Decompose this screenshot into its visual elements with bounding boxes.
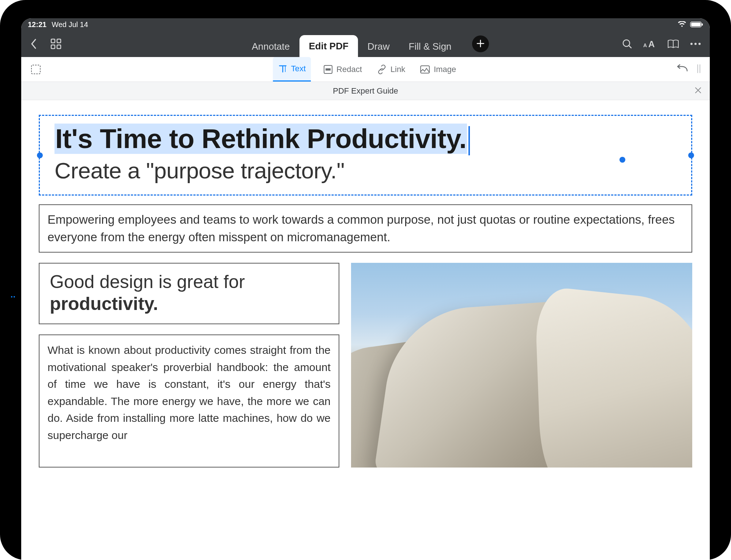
design-heading-bold: productivity.	[50, 294, 158, 314]
link-tool-icon	[377, 65, 387, 74]
status-date: Wed Jul 14	[52, 20, 88, 29]
subheadline-text[interactable]: Create a "purpose trajectory."	[54, 158, 677, 183]
svg-rect-4	[57, 39, 61, 43]
redact-tool-icon	[323, 65, 333, 74]
body-paragraph-box[interactable]: What is known about productivity comes s…	[39, 334, 339, 468]
tab-edit-pdf[interactable]: Edit PDF	[299, 35, 358, 57]
tool-link[interactable]: Link	[374, 57, 407, 82]
close-document-button[interactable]	[694, 86, 702, 96]
svg-rect-6	[57, 45, 61, 49]
tool-label: Link	[391, 65, 405, 74]
tab-draw[interactable]: Draw	[358, 36, 399, 57]
search-icon[interactable]	[622, 39, 632, 49]
design-heading-prefix: Good design is great for	[50, 272, 245, 292]
design-heading-box[interactable]: Good design is great for productivity.	[39, 263, 339, 324]
divider-handle-icon[interactable]	[697, 64, 701, 75]
design-heading: Good design is great for productivity.	[50, 271, 328, 315]
selection-handle[interactable]	[688, 152, 694, 158]
document-canvas[interactable]: It's Time to Rethink Productivity. Creat…	[21, 100, 710, 560]
status-time: 12:21	[28, 20, 46, 29]
tool-redact[interactable]: Redact	[321, 57, 364, 82]
edit-toolbar: Text Redact Link	[21, 57, 710, 82]
tool-image[interactable]: Image	[418, 57, 458, 82]
selection-handle[interactable]	[619, 157, 625, 163]
text-cursor	[468, 126, 470, 155]
svg-rect-1	[691, 23, 701, 26]
top-toolbar: Annotate Edit PDF Draw Fill & Sign	[21, 31, 710, 57]
tool-label: Text	[291, 64, 306, 73]
undo-button[interactable]	[675, 64, 689, 75]
tab-fill-sign[interactable]: Fill & Sign	[399, 36, 461, 57]
image-tool-icon	[420, 65, 430, 74]
article-image[interactable]	[351, 263, 692, 468]
text-size-icon[interactable]: AA	[643, 39, 656, 49]
mode-tabs: Annotate Edit PDF Draw Fill & Sign	[242, 31, 489, 57]
intro-paragraph: Empowering employees and teams to work t…	[48, 211, 683, 246]
tab-label: Edit PDF	[309, 41, 348, 52]
content-row: Good design is great for productivity. W…	[39, 263, 692, 468]
svg-rect-5	[51, 45, 55, 49]
svg-rect-3	[51, 39, 55, 43]
text-tool-icon	[278, 64, 287, 73]
svg-point-10	[690, 43, 693, 45]
add-tab-button[interactable]	[472, 35, 489, 52]
back-button[interactable]	[30, 38, 37, 49]
svg-rect-13	[31, 65, 40, 74]
tab-label: Draw	[368, 41, 390, 52]
selection-tool-icon[interactable]	[30, 64, 42, 75]
headline-text[interactable]: It's Time to Rethink Productivity.	[54, 123, 677, 155]
tool-text[interactable]: Text	[273, 57, 311, 82]
svg-text:A: A	[648, 39, 655, 49]
intro-paragraph-box[interactable]: Empowering employees and teams to work t…	[39, 204, 692, 253]
book-icon[interactable]	[667, 39, 679, 49]
text-selection-box[interactable]: It's Time to Rethink Productivity. Creat…	[39, 115, 692, 196]
tab-annotate[interactable]: Annotate	[242, 36, 299, 57]
side-indicator-icon	[11, 296, 16, 301]
svg-point-11	[694, 43, 697, 45]
ipad-frame: 12:21 Wed Jul 14	[0, 0, 731, 560]
status-bar: 12:21 Wed Jul 14	[21, 18, 710, 31]
svg-text:A: A	[643, 42, 647, 48]
document-title-bar: PDF Expert Guide	[21, 82, 710, 100]
svg-point-12	[698, 43, 701, 45]
tab-label: Fill & Sign	[409, 41, 452, 52]
more-icon[interactable]	[690, 42, 701, 45]
grid-icon[interactable]	[50, 38, 61, 49]
wifi-icon	[678, 21, 686, 28]
battery-icon	[690, 21, 703, 28]
tool-label: Image	[434, 65, 456, 74]
svg-rect-15	[325, 68, 331, 71]
tool-label: Redact	[336, 65, 362, 74]
highlighted-text: It's Time to Rethink Productivity.	[54, 124, 467, 154]
screen: 12:21 Wed Jul 14	[21, 18, 710, 560]
selection-handle[interactable]	[37, 152, 43, 158]
svg-rect-2	[702, 23, 703, 26]
plus-icon	[476, 38, 485, 50]
document-title: PDF Expert Guide	[333, 86, 398, 96]
body-paragraph: What is known about productivity comes s…	[48, 342, 331, 444]
svg-rect-16	[421, 66, 429, 73]
tab-label: Annotate	[252, 41, 290, 52]
